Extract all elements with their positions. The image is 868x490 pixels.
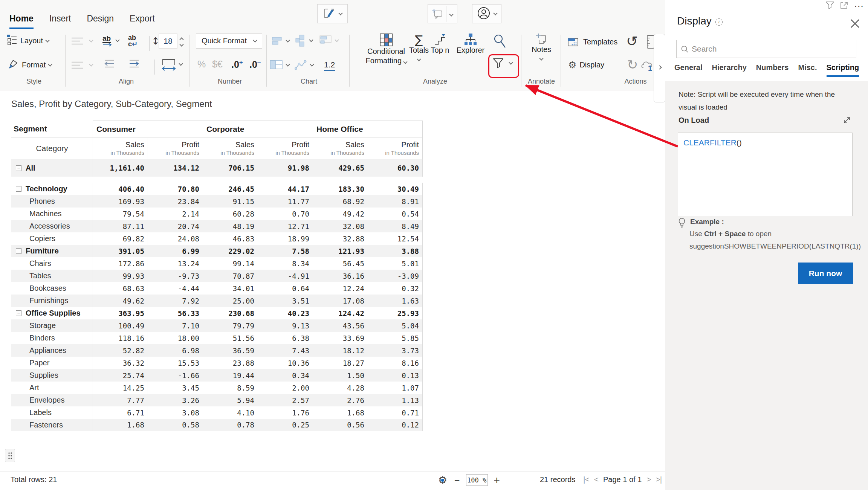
increase-decimals-button[interactable]: .0+ xyxy=(231,59,243,70)
font-size-stepper[interactable] xyxy=(180,37,183,46)
tab-home[interactable]: Home xyxy=(9,14,34,29)
top-n-button[interactable]: Top n xyxy=(429,33,451,55)
layout-button[interactable]: Layout xyxy=(7,34,49,47)
indent-increase-button[interactable] xyxy=(128,60,141,68)
explorer-button[interactable]: Explorer xyxy=(454,33,487,55)
templates-button[interactable]: Templates xyxy=(567,36,617,47)
tab-misc[interactable]: Misc. xyxy=(798,63,817,77)
group-header-0[interactable]: Consumer xyxy=(93,121,203,137)
table-settings-button[interactable]: ⚙ xyxy=(437,475,448,486)
table-row[interactable]: Furnishings49.627.9225.003.5117.081.63 xyxy=(11,295,423,307)
collapse-toggle[interactable]: − xyxy=(16,186,21,192)
currency-format-button[interactable]: $€ xyxy=(212,59,223,70)
table-row[interactable]: Appliances52.826.9836.597.4318.123.73 xyxy=(11,344,423,357)
redo-button[interactable]: ↻ xyxy=(627,57,638,72)
table-row[interactable]: Binders118.1618.0051.566.3833.695.85 xyxy=(11,332,423,344)
align-vertical-button[interactable] xyxy=(72,61,93,69)
table-row[interactable]: Paper36.3215.5323.8810.3618.278.16 xyxy=(11,357,423,369)
zoom-in-button[interactable]: + xyxy=(494,475,500,485)
measure-header-2-1[interactable]: Profitin Thousands xyxy=(368,137,423,159)
comment-button[interactable] xyxy=(428,4,457,23)
notes-button[interactable]: Notes xyxy=(529,33,554,60)
measure-header-2-0[interactable]: Salesin Thousands xyxy=(313,137,368,159)
table-row[interactable]: Phones169.9323.8491.1511.7768.928.91 xyxy=(11,195,423,208)
measure-header-1-0[interactable]: Salesin Thousands xyxy=(203,137,258,159)
wrap-text-button[interactable]: ab c↵ xyxy=(128,35,138,47)
table-row[interactable]: Art14.253.458.592.004.281.07 xyxy=(11,382,423,394)
table-row[interactable]: Storage100.497.1079.799.1343.565.04 xyxy=(11,319,423,332)
group-header-1[interactable]: Corporate xyxy=(203,121,313,137)
account-button[interactable] xyxy=(472,4,501,23)
close-panel-button[interactable] xyxy=(850,19,860,30)
panel-filter-icon[interactable] xyxy=(826,2,834,11)
collapse-toggle[interactable]: − xyxy=(16,310,21,316)
search-data-button[interactable] xyxy=(493,34,507,49)
table-row[interactable]: −Furniture391.056.99229.027.58121.933.88 xyxy=(11,245,423,257)
popout-icon[interactable] xyxy=(840,2,848,11)
table-row[interactable]: Supplies25.74-1.6619.440.341.500.13 xyxy=(11,369,423,382)
collapse-toggle[interactable]: − xyxy=(16,248,21,254)
table-row[interactable]: Machines79.542.1460.280.7049.420.54 xyxy=(11,208,423,220)
drag-handle[interactable] xyxy=(5,449,15,462)
table-row[interactable]: Accessories87.1120.7448.1912.7132.088.49 xyxy=(11,220,423,232)
percent-format-button[interactable]: % xyxy=(197,59,206,70)
table-row[interactable]: Tables99.93-9.7370.87-4.9136.16-3.09 xyxy=(11,270,423,282)
first-page-button[interactable]: |< xyxy=(583,475,589,484)
category-header[interactable]: Category xyxy=(11,137,93,159)
totals-button[interactable]: ∑ Totals xyxy=(407,33,431,61)
chart-window-button[interactable] xyxy=(319,35,338,46)
table-row[interactable]: −Office Supplies363.9556.33230.6840.2312… xyxy=(11,307,423,319)
measure-header-1-1[interactable]: Profitin Thousands xyxy=(258,137,313,159)
tab-numbers[interactable]: Numbers xyxy=(756,63,789,77)
chart-table-button[interactable] xyxy=(270,60,289,70)
more-options-icon[interactable]: ⋯ xyxy=(854,3,863,9)
table-row[interactable]: Fasteners1.680.580.780.250.560.12 xyxy=(11,419,423,431)
tab-export[interactable]: Export xyxy=(130,14,154,29)
panel-expand-button[interactable] xyxy=(654,34,665,102)
table-row[interactable]: Envelopes7.773.265.942.572.761.13 xyxy=(11,394,423,406)
conditional-formatting-button[interactable]: Conditional Formatting xyxy=(362,33,410,66)
decimal-display-button[interactable]: 1.2 xyxy=(324,60,335,71)
undo-button[interactable]: ↺ xyxy=(626,33,638,49)
cloud-sync-button[interactable]: 1 xyxy=(640,59,654,72)
display-button[interactable]: ⚙ Display xyxy=(568,60,604,70)
run-now-button[interactable]: Run now xyxy=(798,263,853,284)
table-row[interactable]: −All1,161.40134.12706.1591.98429.6560.30 xyxy=(11,159,423,177)
text-overflow-button[interactable]: ab xyxy=(102,35,119,47)
edit-visual-button[interactable] xyxy=(317,4,348,23)
measure-header-0-1[interactable]: Profitin Thousands xyxy=(148,137,203,159)
chart-bars-button[interactable] xyxy=(272,36,289,46)
cell-width-button[interactable] xyxy=(161,58,182,71)
decrease-decimals-button[interactable]: .0− xyxy=(249,59,261,70)
measure-header-0-0[interactable]: Salesin Thousands xyxy=(93,137,148,159)
table-row[interactable]: Chairs172.8613.2499.148.3456.455.01 xyxy=(11,257,423,270)
chart-hierarchy-button[interactable] xyxy=(295,35,313,47)
table-row[interactable]: Labels6.713.084.101.761.680.71 xyxy=(11,406,423,419)
indent-decrease-button[interactable] xyxy=(102,60,115,68)
table-row[interactable]: Bookcases68.63-4.4434.010.6412.240.32 xyxy=(11,282,423,295)
table-row[interactable]: Copiers69.8224.0846.8318.9932.8812.54 xyxy=(11,232,423,245)
tab-hierarchy[interactable]: Hierarchy xyxy=(712,63,746,77)
table-row[interactable]: −Technology406.4070.80246.4544.17183.303… xyxy=(11,183,423,195)
script-editor[interactable]: CLEARFILTER() xyxy=(678,133,853,216)
format-button[interactable]: Format xyxy=(8,58,52,72)
filter-button[interactable] xyxy=(493,58,512,69)
prev-page-button[interactable]: < xyxy=(594,475,598,484)
group-header-2[interactable]: Home Office xyxy=(313,121,423,137)
chart-line-button[interactable] xyxy=(295,60,313,71)
tab-scripting[interactable]: Scripting xyxy=(827,63,859,77)
align-horizontal-button[interactable] xyxy=(72,37,93,45)
tab-insert[interactable]: Insert xyxy=(49,14,71,29)
next-page-button[interactable]: > xyxy=(646,475,651,484)
collapse-toggle[interactable]: − xyxy=(16,165,21,171)
zoom-out-button[interactable]: − xyxy=(454,475,460,485)
search-input[interactable] xyxy=(692,44,851,53)
expand-editor-button[interactable] xyxy=(843,116,851,126)
tab-design[interactable]: Design xyxy=(87,14,114,29)
info-icon[interactable]: i xyxy=(715,18,723,26)
font-size-input[interactable]: 18 xyxy=(159,34,177,49)
quick-format-dropdown[interactable]: Quick Format xyxy=(196,33,262,49)
tab-general[interactable]: General xyxy=(674,63,702,77)
last-page-button[interactable]: >| xyxy=(656,475,662,484)
zoom-level-input[interactable]: 100 % xyxy=(466,474,488,486)
